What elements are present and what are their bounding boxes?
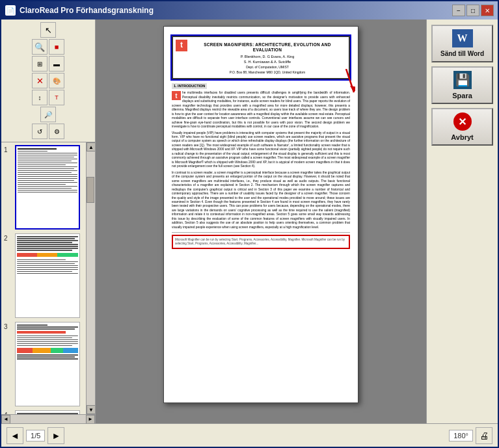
titlebar: 📄 ClaroRead Pro Förhandsgranskning − □ ✕ bbox=[1, 1, 498, 20]
doc-para3: In contrast to a screen reader, a screen… bbox=[172, 171, 350, 230]
highlight-button[interactable]: ■ bbox=[49, 39, 64, 55]
thumb-line bbox=[17, 246, 78, 247]
thumb-line bbox=[18, 161, 72, 162]
thumb-preview-4[interactable] bbox=[15, 410, 80, 414]
scroll-track[interactable] bbox=[87, 152, 95, 405]
bottom-bar: ◄ 1/5 ► 180° 🖨 bbox=[1, 423, 498, 447]
thumb-line bbox=[17, 248, 78, 249]
thumb-line bbox=[18, 192, 77, 193]
main-window: 📄 ClaroRead Pro Förhandsgranskning − □ ✕… bbox=[0, 0, 499, 448]
cursor-tool-button[interactable]: ↖ bbox=[40, 22, 56, 38]
send-word-button[interactable]: W Sänd till Word bbox=[431, 25, 493, 62]
cancel-icon: ✕ bbox=[453, 112, 472, 131]
thumb-line bbox=[17, 326, 78, 328]
left-toolbar: ↖ 🔍 ■ ⊞ ▬ ✕ 🎨 ↕ T bbox=[1, 20, 95, 142]
window-title: ClaroRead Pro Förhandsgranskning bbox=[20, 6, 452, 15]
drop-cap-t: t bbox=[176, 40, 187, 51]
footer-highlight-box: Microsoft Magnifier can be run by select… bbox=[172, 235, 350, 249]
thumb-line bbox=[18, 188, 72, 189]
thumb-line bbox=[18, 157, 74, 158]
thumb-line bbox=[17, 354, 78, 356]
thumb-preview-3[interactable] bbox=[15, 322, 80, 406]
toolbar-row-7: ↺ ⚙ bbox=[32, 124, 64, 139]
thumb-line bbox=[17, 356, 75, 358]
grid-button[interactable]: ⊞ bbox=[32, 56, 47, 72]
doc-footer: Microsoft Magnifier can be run by select… bbox=[172, 232, 350, 249]
toolbar-row-4: ✕ 🎨 bbox=[32, 73, 64, 88]
settings-button[interactable]: ⚙ bbox=[49, 124, 64, 139]
intro-content: t he multimedia interfaces for disabled … bbox=[172, 91, 350, 129]
thumb-line bbox=[17, 236, 78, 237]
doc-authors2: S. H. Kurniawan & A. Sutcliffe bbox=[193, 60, 342, 64]
thumbnail-item-3[interactable]: 3 bbox=[4, 322, 83, 406]
close-button[interactable]: ✕ bbox=[481, 5, 494, 16]
thumbnail-item-2[interactable]: 2 bbox=[4, 233, 83, 318]
thumb-line bbox=[17, 273, 78, 274]
svg-marker-1 bbox=[350, 86, 355, 92]
thumb-line bbox=[17, 269, 78, 270]
search-button[interactable]: 🔎 bbox=[40, 107, 56, 122]
thumb-preview-2[interactable] bbox=[15, 233, 80, 318]
thumb-line bbox=[17, 271, 72, 272]
next-page-button[interactable]: ► bbox=[47, 427, 64, 444]
document-header-box: t SCREEN MAGNIFIERS: ARCHITECTURE, EVOLU… bbox=[172, 36, 350, 79]
header-section: t SCREEN MAGNIFIERS: ARCHITECTURE, EVOLU… bbox=[172, 36, 350, 79]
doc-para1: he multimedia interfaces for disabled us… bbox=[172, 91, 350, 129]
scroll-right-arrow[interactable]: ► bbox=[86, 415, 95, 424]
page-current: 1 bbox=[31, 432, 34, 440]
thumb-line bbox=[17, 324, 47, 326]
thumb-line bbox=[17, 238, 75, 239]
scroll-thumb[interactable] bbox=[87, 177, 94, 203]
thumb-chart bbox=[17, 253, 78, 257]
page-total: 5 bbox=[36, 432, 40, 440]
scroll-left-arrow[interactable]: ◄ bbox=[1, 415, 10, 424]
scroll-down-arrow[interactable]: ▼ bbox=[87, 405, 95, 414]
cancel-button[interactable]: ✕ Avbryt bbox=[431, 108, 493, 146]
doc-para2: Visually impaired people (VIP) have prob… bbox=[172, 131, 350, 169]
thumb-preview-1[interactable] bbox=[15, 145, 80, 230]
thumb-line bbox=[17, 240, 78, 241]
prev-page-button[interactable]: ◄ bbox=[7, 427, 23, 444]
thumbnail-item-4[interactable]: 4 bbox=[4, 410, 83, 414]
thumb-line bbox=[17, 343, 78, 345]
thumb-line bbox=[18, 166, 77, 168]
thumb-line bbox=[17, 263, 75, 265]
move-button[interactable]: ↕ bbox=[32, 90, 47, 105]
thumb-line bbox=[17, 337, 72, 339]
thumb-chart2 bbox=[17, 348, 78, 353]
action-panel: W Sänd till Word 💾 Spara ✕ Avbryt bbox=[426, 20, 498, 423]
thumb-line bbox=[18, 159, 77, 160]
color-button[interactable]: 🎨 bbox=[49, 73, 64, 88]
toolbar-row-1: ↖ bbox=[40, 22, 56, 38]
thumb-line bbox=[18, 186, 77, 187]
thumbnail-item-1[interactable]: 1 bbox=[4, 145, 83, 230]
save-button[interactable]: 💾 Spara bbox=[431, 66, 493, 104]
rotate-button[interactable]: ↺ bbox=[32, 124, 47, 139]
thumb-line bbox=[18, 153, 77, 154]
thumb-line bbox=[17, 259, 66, 261]
toolbar-row-3: ⊞ ▬ bbox=[32, 56, 64, 72]
separator-button[interactable]: ▬ bbox=[49, 56, 64, 72]
thumb-line bbox=[18, 176, 77, 178]
zoom-in-button[interactable]: 🔍 bbox=[32, 39, 47, 55]
thumb-line bbox=[17, 267, 78, 269]
thumb-line bbox=[17, 345, 72, 347]
word-icon: W bbox=[452, 29, 473, 47]
thumb-line bbox=[17, 328, 75, 330]
thumb-line bbox=[18, 182, 77, 183]
doc-title: SCREEN MAGNIFIERS: ARCHITECTURE, EVOLUTI… bbox=[193, 42, 342, 53]
maximize-button[interactable]: □ bbox=[466, 5, 479, 16]
thumb-line bbox=[18, 178, 77, 179]
thumb-line bbox=[18, 174, 77, 176]
app-icon: 📄 bbox=[5, 5, 16, 16]
minimize-button[interactable]: − bbox=[452, 5, 465, 16]
footer-content: Microsoft Magnifier can be run by select… bbox=[172, 235, 350, 249]
document-page: t SCREEN MAGNIFIERS: ARCHITECTURE, EVOLU… bbox=[163, 26, 358, 403]
scroll-up-arrow[interactable]: ▲ bbox=[87, 142, 95, 152]
horizontal-scrollbar: ◄ ► bbox=[1, 414, 95, 423]
text-select-button[interactable]: T bbox=[49, 90, 64, 105]
print-button[interactable]: 🖨 bbox=[476, 427, 492, 444]
toolbar-row-5: ↕ T bbox=[32, 90, 64, 105]
delete-button[interactable]: ✕ bbox=[32, 73, 47, 88]
thumb-line bbox=[17, 265, 78, 267]
